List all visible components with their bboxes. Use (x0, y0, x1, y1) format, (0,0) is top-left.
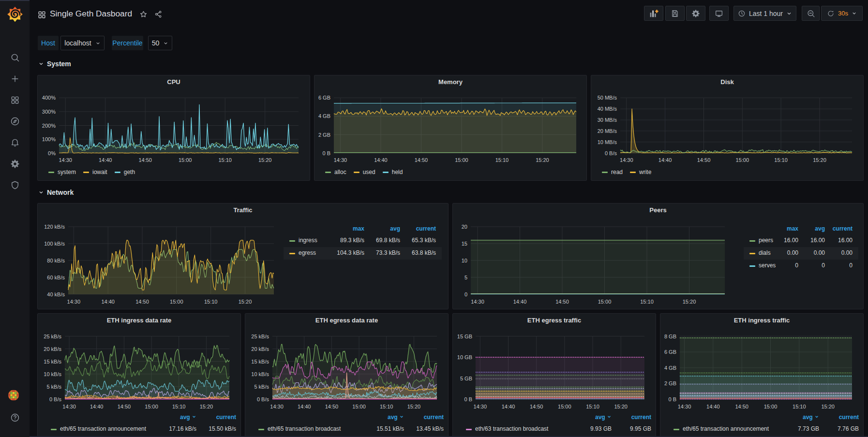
svg-text:15:20: 15:20 (258, 157, 272, 163)
svg-text:100%: 100% (42, 136, 56, 142)
svg-text:0: 0 (464, 291, 467, 297)
svg-text:14:30: 14:30 (334, 157, 347, 163)
svg-text:15 kB/s: 15 kB/s (44, 359, 61, 364)
svg-text:14:40: 14:40 (99, 157, 112, 163)
svg-text:100 kB/s: 100 kB/s (44, 241, 65, 247)
svg-text:15:20: 15:20 (200, 404, 213, 409)
svg-text:40 MB/s: 40 MB/s (598, 106, 617, 112)
svg-text:14:40: 14:40 (90, 404, 104, 409)
svg-text:15:00: 15:00 (179, 157, 192, 163)
svg-text:14:50: 14:50 (697, 157, 711, 163)
svg-text:14:40: 14:40 (101, 299, 115, 305)
svg-text:14:30: 14:30 (62, 404, 76, 409)
svg-text:15:20: 15:20 (683, 299, 696, 305)
svg-text:0 B: 0 B (322, 150, 330, 156)
svg-text:60 kB/s: 60 kB/s (47, 275, 65, 280)
svg-text:6 GB: 6 GB (664, 349, 676, 355)
svg-text:14:50: 14:50 (325, 404, 339, 409)
svg-text:15:10: 15:10 (774, 157, 788, 163)
svg-text:20 kB/s: 20 kB/s (251, 346, 269, 352)
svg-text:10 MB/s: 10 MB/s (598, 139, 617, 145)
svg-text:10 kB/s: 10 kB/s (44, 371, 61, 377)
svg-text:14:30: 14:30 (59, 157, 72, 163)
svg-text:14:50: 14:50 (735, 404, 748, 409)
svg-text:300%: 300% (42, 109, 56, 115)
svg-text:14:40: 14:40 (374, 157, 388, 163)
svg-text:15 kB/s: 15 kB/s (251, 359, 269, 364)
svg-text:15:00: 15:00 (145, 404, 158, 409)
svg-text:15:20: 15:20 (536, 157, 549, 163)
svg-text:15:10: 15:10 (218, 157, 232, 163)
svg-text:15:00: 15:00 (764, 404, 778, 409)
svg-text:14:40: 14:40 (502, 404, 515, 409)
svg-text:15:10: 15:10 (793, 404, 806, 409)
svg-text:15:20: 15:20 (813, 157, 826, 163)
svg-text:14:50: 14:50 (415, 157, 428, 163)
svg-text:40 kB/s: 40 kB/s (47, 291, 65, 297)
svg-text:5 kB/s: 5 kB/s (46, 384, 61, 390)
svg-text:0%: 0% (48, 150, 56, 156)
svg-text:14:50: 14:50 (118, 404, 131, 409)
svg-text:2 GB: 2 GB (318, 132, 330, 138)
svg-text:15:20: 15:20 (239, 299, 252, 305)
svg-text:15:10: 15:10 (204, 299, 218, 305)
svg-text:5 kB/s: 5 kB/s (254, 384, 269, 390)
svg-text:25 kB/s: 25 kB/s (251, 334, 269, 339)
svg-text:14:30: 14:30 (678, 404, 691, 409)
svg-text:8 GB: 8 GB (664, 334, 676, 339)
svg-text:2 GB: 2 GB (664, 380, 676, 386)
svg-text:20: 20 (462, 224, 467, 230)
svg-text:5: 5 (464, 275, 467, 280)
svg-text:14:40: 14:40 (706, 404, 720, 409)
svg-text:50 MB/s: 50 MB/s (598, 95, 617, 101)
svg-text:15 GB: 15 GB (457, 334, 472, 339)
svg-text:0 B/s: 0 B/s (257, 396, 269, 402)
svg-text:15:10: 15:10 (640, 299, 654, 305)
svg-text:0 B/s: 0 B/s (605, 150, 617, 156)
svg-text:14:30: 14:30 (474, 404, 487, 409)
svg-text:15:10: 15:10 (380, 404, 393, 409)
svg-text:10: 10 (462, 258, 467, 263)
svg-text:20 MB/s: 20 MB/s (598, 128, 617, 134)
svg-text:20 kB/s: 20 kB/s (44, 346, 61, 352)
svg-text:15:10: 15:10 (172, 404, 186, 409)
svg-text:120 kB/s: 120 kB/s (44, 224, 65, 230)
svg-text:14:30: 14:30 (620, 157, 633, 163)
svg-text:15:20: 15:20 (821, 404, 835, 409)
svg-text:15: 15 (462, 241, 467, 247)
svg-text:14:50: 14:50 (135, 299, 149, 305)
svg-text:4 GB: 4 GB (318, 113, 330, 119)
svg-text:0 B/s: 0 B/s (49, 396, 62, 402)
svg-text:10 kB/s: 10 kB/s (251, 371, 269, 377)
svg-text:15:20: 15:20 (407, 404, 421, 409)
svg-text:15:10: 15:10 (495, 157, 509, 163)
svg-text:4 GB: 4 GB (664, 365, 676, 371)
svg-text:0 B: 0 B (668, 396, 676, 402)
svg-text:0 B: 0 B (464, 396, 472, 402)
svg-text:15:00: 15:00 (170, 299, 183, 305)
svg-text:25 kB/s: 25 kB/s (44, 334, 61, 339)
svg-text:15:00: 15:00 (598, 299, 612, 305)
svg-text:15:10: 15:10 (586, 404, 599, 409)
svg-text:15:00: 15:00 (455, 157, 468, 163)
svg-text:200%: 200% (42, 123, 56, 129)
svg-text:15:20: 15:20 (614, 404, 628, 409)
svg-text:30 MB/s: 30 MB/s (598, 117, 617, 123)
svg-text:14:50: 14:50 (530, 404, 543, 409)
svg-text:15:00: 15:00 (352, 404, 366, 409)
svg-text:80 kB/s: 80 kB/s (47, 258, 65, 263)
svg-text:14:40: 14:40 (298, 404, 311, 409)
svg-text:14:40: 14:40 (513, 299, 527, 305)
svg-text:15:00: 15:00 (736, 157, 749, 163)
svg-text:5 GB: 5 GB (460, 376, 472, 381)
svg-text:14:30: 14:30 (67, 299, 81, 305)
svg-text:400%: 400% (42, 95, 56, 101)
svg-text:14:30: 14:30 (270, 404, 284, 409)
svg-text:14:40: 14:40 (658, 157, 672, 163)
svg-text:14:50: 14:50 (555, 299, 569, 305)
svg-text:15:00: 15:00 (558, 404, 571, 409)
svg-text:10 GB: 10 GB (457, 354, 472, 360)
svg-text:14:30: 14:30 (471, 299, 484, 305)
svg-text:6 GB: 6 GB (318, 95, 330, 101)
svg-text:14:50: 14:50 (138, 157, 152, 163)
